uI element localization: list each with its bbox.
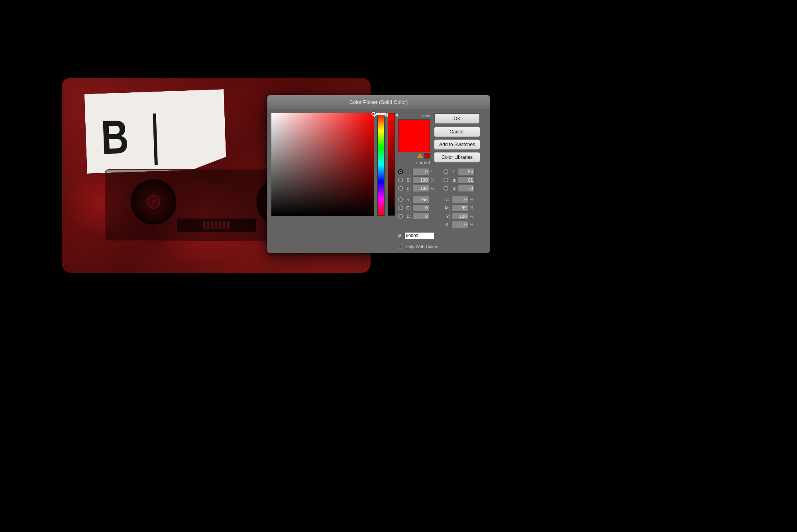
field-row-a: a: (444, 176, 486, 184)
radio-b[interactable] (444, 186, 448, 191)
color-fields: H: ° S: % B: (398, 168, 486, 228)
field-row-K: K: % (444, 221, 486, 228)
label-B2: B: (404, 214, 411, 219)
label-M: M: (444, 205, 450, 210)
radio-a[interactable] (444, 178, 448, 182)
tape-window (177, 218, 256, 232)
dialog-title: Color Picker (Solid Color) (349, 99, 408, 105)
field-row-H: H: ° (398, 168, 440, 175)
input-Y[interactable] (452, 213, 468, 220)
current-label: current (416, 160, 430, 165)
cassette-label-line (153, 113, 158, 165)
right-panel: new ! current (398, 113, 486, 249)
hsb-rgb-fields: H: ° S: % B: (398, 168, 440, 228)
reel-left (130, 178, 177, 226)
color-preview-section: new ! current (398, 113, 430, 166)
dialog-titlebar: Color Picker (Solid Color) (267, 95, 490, 109)
hex-input[interactable] (404, 232, 434, 239)
input-B2[interactable] (412, 213, 429, 220)
extra-slider (388, 113, 395, 216)
input-B[interactable] (412, 185, 429, 192)
dialog-body: new ! current (267, 109, 490, 253)
radio-S[interactable] (398, 178, 403, 182)
radio-B2[interactable] (398, 214, 403, 219)
spacer2 (444, 193, 486, 195)
label-H: H: (404, 169, 411, 174)
input-S[interactable] (412, 176, 429, 184)
input-K[interactable] (452, 221, 468, 228)
unit-Y: % (470, 214, 475, 219)
radio-G[interactable] (398, 205, 403, 210)
label-b: b: (450, 186, 456, 191)
field-row-B2: B: (398, 213, 440, 220)
field-row-L: L: (444, 168, 486, 175)
cassette-label-text: B (100, 113, 128, 161)
field-row-b: b: (444, 185, 486, 192)
unit-K: % (470, 223, 475, 227)
radio-L[interactable] (444, 169, 448, 174)
unit-M: % (470, 206, 475, 210)
extra-slider-container[interactable] (388, 113, 395, 216)
label-L: L: (450, 169, 456, 174)
spacer (398, 193, 440, 195)
input-C[interactable] (452, 196, 468, 203)
add-to-swatches-button[interactable]: Add to Swatches (434, 139, 480, 150)
field-row-B: B: % (398, 185, 440, 192)
preview-new-color[interactable] (398, 120, 430, 136)
unit-C: % (470, 198, 475, 202)
warning-row: ! (417, 153, 430, 158)
field-row-M: M: % (444, 204, 486, 211)
field-row-G: G: (398, 204, 440, 211)
input-a[interactable] (458, 176, 475, 184)
label-G: G: (404, 205, 411, 210)
unit-B: % (431, 186, 436, 191)
input-G[interactable] (412, 204, 429, 211)
hue-slider-container[interactable] (377, 113, 385, 216)
hue-slider-arrow-left (374, 113, 377, 117)
svg-text:!: ! (420, 155, 421, 158)
input-L[interactable] (458, 168, 475, 175)
hex-symbol: # (398, 233, 403, 239)
extra-slider-arrow-left (385, 113, 388, 117)
color-picker-dialog: Color Picker (Solid Color) (267, 95, 490, 253)
cassette-label: B (84, 89, 227, 174)
field-row-C: C: % (444, 196, 486, 203)
color-libraries-button[interactable]: Color Libraries (434, 152, 480, 162)
only-web-colors-checkbox[interactable] (398, 244, 403, 249)
input-H[interactable] (412, 168, 429, 175)
radio-H[interactable] (398, 169, 403, 174)
preview-colors (398, 119, 430, 152)
input-M[interactable] (452, 204, 468, 211)
dialog-buttons: OK Cancel Add to Swatches Color Librarie… (434, 113, 480, 162)
label-R: R: (404, 197, 411, 202)
gradient-brightness (271, 113, 374, 216)
warning-icon: ! (417, 153, 423, 158)
field-row-S: S: % (398, 176, 440, 184)
lab-cmyk-fields: L: a: b: (444, 168, 486, 228)
cancel-button[interactable]: Cancel (434, 127, 480, 137)
unit-S: % (431, 178, 436, 182)
top-section: new ! current (398, 113, 486, 166)
label-S: S: (404, 178, 411, 182)
label-Y: Y: (444, 214, 450, 219)
only-web-colors-row: Only Web Colors (398, 244, 486, 249)
radio-B[interactable] (398, 186, 403, 191)
label-C: C: (444, 197, 450, 202)
label-K: K: (444, 222, 450, 227)
ok-button[interactable]: OK (434, 113, 480, 124)
hue-slider (377, 113, 385, 216)
label-a: a: (450, 178, 456, 182)
field-row-R: R: (398, 196, 440, 203)
extra-slider-arrow-right (395, 113, 398, 117)
unit-H: ° (431, 170, 436, 174)
only-web-colors-label: Only Web Colors (405, 244, 438, 249)
preview-current-color[interactable] (398, 136, 430, 152)
new-label: new (422, 113, 430, 118)
input-b[interactable] (458, 185, 475, 192)
label-B: B: (404, 186, 411, 191)
warning-swatch[interactable] (424, 153, 430, 158)
field-row-Y: Y: % (444, 213, 486, 220)
gradient-picker[interactable] (271, 113, 374, 216)
radio-R[interactable] (398, 197, 403, 202)
input-R[interactable] (412, 196, 429, 203)
